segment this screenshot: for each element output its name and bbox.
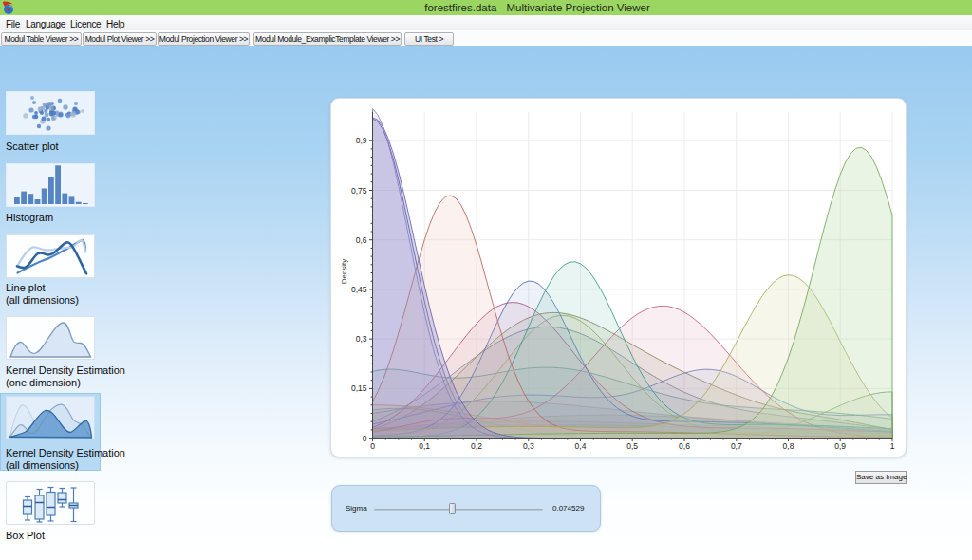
svg-text:0,45: 0,45 xyxy=(351,285,367,294)
svg-text:0,7: 0,7 xyxy=(731,441,742,451)
svg-text:0,3: 0,3 xyxy=(523,441,534,451)
svg-text:0,9: 0,9 xyxy=(834,441,846,451)
svg-text:0,2: 0,2 xyxy=(471,441,482,451)
svg-text:0,75: 0,75 xyxy=(351,186,367,196)
svg-text:0,5: 0,5 xyxy=(626,441,638,451)
svg-text:0,3: 0,3 xyxy=(356,334,367,344)
svg-text:0,15: 0,15 xyxy=(351,383,367,393)
svg-text:0,9: 0,9 xyxy=(356,136,367,145)
svg-text:0,6: 0,6 xyxy=(356,235,367,245)
svg-text:0: 0 xyxy=(363,434,367,443)
svg-text:0,6: 0,6 xyxy=(679,441,690,451)
svg-text:0: 0 xyxy=(370,441,375,451)
svg-text:0,4: 0,4 xyxy=(575,441,587,451)
svg-text:0,8: 0,8 xyxy=(783,441,794,451)
svg-text:0,1: 0,1 xyxy=(419,441,430,451)
svg-text:Density: Density xyxy=(340,259,348,285)
svg-text:1: 1 xyxy=(890,441,895,451)
